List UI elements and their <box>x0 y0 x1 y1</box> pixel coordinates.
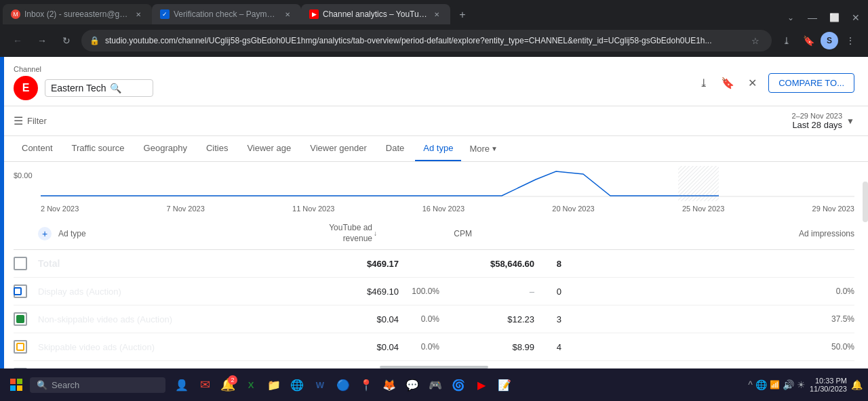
chart-svg <box>41 166 854 201</box>
tab-gmail[interactable]: M Inbox (2) - sureeastern@gmai... ✕ <box>3 4 152 24</box>
extensions-btn[interactable]: ⋮ <box>841 31 860 50</box>
tray-volume[interactable]: 🔊 <box>783 379 794 390</box>
taskbar-edge-app[interactable]: 🌐 <box>286 374 308 396</box>
left-color-strip <box>0 57 4 368</box>
taskbar-word-app[interactable]: W <box>309 374 331 396</box>
notification-center-btn[interactable]: 🔔 <box>851 379 863 390</box>
payments-favicon: ✓ <box>160 9 170 19</box>
add-metric-btn[interactable]: + <box>38 227 52 240</box>
col-header-revenue[interactable]: YouTube ad revenue ↓ <box>269 223 377 244</box>
svg-rect-1 <box>678 166 719 201</box>
tab-traffic-source[interactable]: Traffic source <box>64 136 133 161</box>
taskbar-files-app[interactable]: 📁 <box>263 374 285 396</box>
non-skip-impressions: 3 <box>534 314 561 324</box>
more-chevron-icon: ▼ <box>491 145 498 152</box>
taskbar-notify-app[interactable]: 🔔 2 <box>217 374 239 396</box>
non-skip-revenue-pct: 0.0% <box>399 314 439 324</box>
filter-left[interactable]: ☰ Filter <box>14 114 47 127</box>
tray-brightness[interactable]: ☀ <box>797 379 806 390</box>
display-checkbox[interactable] <box>14 284 27 298</box>
new-tab-button[interactable]: + <box>453 5 472 24</box>
table-header-row: + Ad type YouTube ad revenue ↓ CPM Ad im… <box>14 217 854 250</box>
skip-checkbox-area <box>14 340 38 354</box>
chart-container: $0.00 2 Nov 2023 7 Nov 2023 11 Nov 2023 … <box>0 162 868 217</box>
tab-date[interactable]: Date <box>378 136 412 161</box>
total-impressions: 8 <box>534 259 561 269</box>
taskbar-firefox-app[interactable]: 🦊 <box>378 374 400 396</box>
url-text: studio.youtube.com/channel/UCglij58-gsGb… <box>105 36 742 45</box>
date-range-chevron: ▼ <box>846 117 854 126</box>
date-range-selector[interactable]: 2–29 Nov 2023 Last 28 days ▼ <box>791 112 854 130</box>
taskbar-clock[interactable]: 10:33 PM 11/30/2023 <box>810 377 847 393</box>
taskbar-user-icon[interactable]: 👤 <box>171 374 193 396</box>
tab-youtube-label: Channel analytics – YouTube Stu... <box>323 9 427 19</box>
tab-gmail-close[interactable]: ✕ <box>133 9 144 20</box>
col-header-cpm[interactable]: CPM <box>377 229 472 238</box>
table-row-display: Display ads (Auction) $469.10 100.0% – 0… <box>14 278 854 305</box>
tab-cities[interactable]: Cities <box>198 136 237 161</box>
taskbar-mail-app[interactable]: ✉ <box>194 374 216 396</box>
taskbar-search-icon: 🔍 <box>37 380 47 390</box>
restore-btn[interactable]: ⬜ <box>825 11 844 24</box>
compare-to-button[interactable]: COMPARE TO... <box>768 73 854 93</box>
tab-payments[interactable]: ✓ Verification check – Payments –... ✕ <box>152 4 301 24</box>
tray-network2[interactable]: 📶 <box>770 380 780 389</box>
tab-geography[interactable]: Geography <box>136 136 195 161</box>
refresh-btn[interactable]: ↻ <box>57 31 76 50</box>
skip-revenue: $0.04 <box>331 342 399 352</box>
url-bar[interactable]: 🔒 studio.youtube.com/channel/UCglij58-gs… <box>81 30 772 51</box>
tab-payments-close[interactable]: ✕ <box>282 9 293 20</box>
tab-menu-btn[interactable]: ⌄ <box>781 11 800 24</box>
tray-chevron[interactable]: ^ <box>748 379 753 390</box>
star-btn[interactable]: ☆ <box>747 33 764 49</box>
close-panel-btn[interactable]: ✕ <box>744 75 760 91</box>
forward-btn[interactable]: → <box>33 31 52 50</box>
taskbar-chrome-app[interactable]: 🔵 <box>332 374 354 396</box>
close-window-btn[interactable]: ✕ <box>846 11 865 24</box>
taskbar-excel-app[interactable]: X <box>240 374 262 396</box>
non-skip-color-dot <box>16 315 24 323</box>
taskbar-whatsapp-app[interactable]: 💬 <box>401 374 423 396</box>
filter-icon: ☰ <box>14 114 23 127</box>
tab-more-button[interactable]: More ▼ <box>464 137 503 161</box>
download-btn[interactable]: ⤓ <box>777 31 796 50</box>
main-content: Channel E Eastern Tech 🔍 ⤓ 🔖 ✕ COMPARE T… <box>0 57 868 368</box>
taskbar-game-app[interactable]: 🎮 <box>425 374 446 396</box>
taskbar-app9[interactable]: 🌀 <box>448 374 469 396</box>
start-button[interactable] <box>5 374 27 396</box>
display-label: Display ads (Auction) <box>38 287 331 297</box>
svg-rect-6 <box>17 385 22 391</box>
download-analytics-btn[interactable]: ⤓ <box>695 75 711 91</box>
save-report-btn[interactable]: 🔖 <box>719 75 736 91</box>
tab-content[interactable]: Content <box>14 136 61 161</box>
back-btn[interactable]: ← <box>8 31 27 50</box>
taskbar-youtube-app[interactable]: ▶ <box>471 374 492 396</box>
total-revenue: $469.17 <box>331 259 399 269</box>
channel-search-icon[interactable]: 🔍 <box>110 83 121 93</box>
channel-name: Eastern Tech <box>51 83 106 93</box>
skip-checkbox[interactable] <box>14 340 27 354</box>
tab-youtube[interactable]: ▶ Channel analytics – YouTube Stu... ✕ <box>301 4 450 24</box>
non-skip-revenue: $0.04 <box>331 314 399 324</box>
tab-ad-type[interactable]: Ad type <box>415 136 461 161</box>
taskbar-maps-app[interactable]: 📍 <box>355 374 377 396</box>
taskbar-search[interactable]: 🔍 Search <box>30 377 165 393</box>
channel-search-box[interactable]: Eastern Tech 🔍 <box>45 79 153 97</box>
minimize-btn[interactable]: — <box>803 11 822 24</box>
non-skip-checkbox[interactable] <box>14 312 27 326</box>
tab-youtube-close[interactable]: ✕ <box>431 9 442 20</box>
tray-network[interactable]: 🌐 <box>755 379 767 390</box>
display-impressions: 0 <box>534 287 561 297</box>
taskbar-notes-app[interactable]: 📝 <box>494 374 515 396</box>
revenue-header-text: YouTube ad revenue <box>329 223 372 244</box>
skip-impressions-pct: 50.0% <box>561 342 854 352</box>
vertical-scrollbar[interactable] <box>863 182 868 222</box>
non-skip-checkbox-area <box>14 312 38 326</box>
tab-viewer-age[interactable]: Viewer age <box>239 136 299 161</box>
tab-gmail-label: Inbox (2) - sureeastern@gmai... <box>24 9 129 19</box>
tab-viewer-gender[interactable]: Viewer gender <box>302 136 375 161</box>
total-checkbox[interactable] <box>14 257 27 270</box>
profile-avatar[interactable]: S <box>821 32 838 49</box>
panel-left: Channel E Eastern Tech 🔍 <box>14 65 153 100</box>
bookmark-btn[interactable]: 🔖 <box>799 31 818 50</box>
